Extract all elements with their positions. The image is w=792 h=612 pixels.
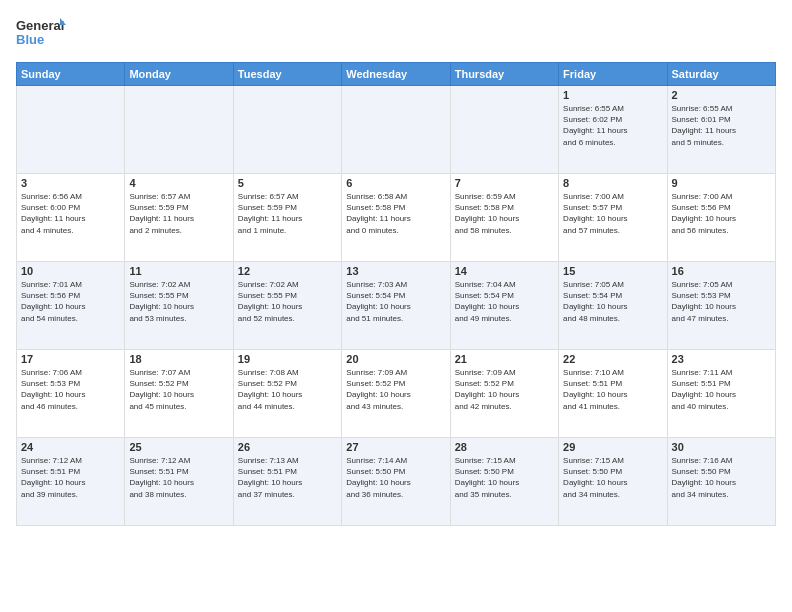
day-number: 1 bbox=[563, 89, 662, 101]
calendar-cell: 2Sunrise: 6:55 AM Sunset: 6:01 PM Daylig… bbox=[667, 86, 775, 174]
day-number: 18 bbox=[129, 353, 228, 365]
calendar-cell: 22Sunrise: 7:10 AM Sunset: 5:51 PM Dayli… bbox=[559, 350, 667, 438]
calendar-cell: 12Sunrise: 7:02 AM Sunset: 5:55 PM Dayli… bbox=[233, 262, 341, 350]
week-row-0: 1Sunrise: 6:55 AM Sunset: 6:02 PM Daylig… bbox=[17, 86, 776, 174]
day-header-monday: Monday bbox=[125, 63, 233, 86]
day-number: 30 bbox=[672, 441, 771, 453]
cell-info: Sunrise: 7:00 AM Sunset: 5:56 PM Dayligh… bbox=[672, 191, 771, 236]
cell-info: Sunrise: 6:55 AM Sunset: 6:02 PM Dayligh… bbox=[563, 103, 662, 148]
svg-text:General: General bbox=[16, 18, 64, 33]
day-number: 17 bbox=[21, 353, 120, 365]
cell-info: Sunrise: 7:08 AM Sunset: 5:52 PM Dayligh… bbox=[238, 367, 337, 412]
day-number: 21 bbox=[455, 353, 554, 365]
cell-info: Sunrise: 6:57 AM Sunset: 5:59 PM Dayligh… bbox=[238, 191, 337, 236]
cell-info: Sunrise: 7:00 AM Sunset: 5:57 PM Dayligh… bbox=[563, 191, 662, 236]
cell-info: Sunrise: 7:15 AM Sunset: 5:50 PM Dayligh… bbox=[563, 455, 662, 500]
day-number: 16 bbox=[672, 265, 771, 277]
day-number: 14 bbox=[455, 265, 554, 277]
calendar-cell: 1Sunrise: 6:55 AM Sunset: 6:02 PM Daylig… bbox=[559, 86, 667, 174]
cell-info: Sunrise: 7:10 AM Sunset: 5:51 PM Dayligh… bbox=[563, 367, 662, 412]
day-number: 24 bbox=[21, 441, 120, 453]
cell-info: Sunrise: 7:09 AM Sunset: 5:52 PM Dayligh… bbox=[346, 367, 445, 412]
calendar-cell bbox=[450, 86, 558, 174]
cell-info: Sunrise: 7:14 AM Sunset: 5:50 PM Dayligh… bbox=[346, 455, 445, 500]
calendar-cell bbox=[342, 86, 450, 174]
cell-info: Sunrise: 7:03 AM Sunset: 5:54 PM Dayligh… bbox=[346, 279, 445, 324]
calendar-cell: 21Sunrise: 7:09 AM Sunset: 5:52 PM Dayli… bbox=[450, 350, 558, 438]
cell-info: Sunrise: 7:09 AM Sunset: 5:52 PM Dayligh… bbox=[455, 367, 554, 412]
cell-info: Sunrise: 7:04 AM Sunset: 5:54 PM Dayligh… bbox=[455, 279, 554, 324]
day-number: 28 bbox=[455, 441, 554, 453]
page: General Blue SundayMondayTuesdayWednesda… bbox=[0, 0, 792, 612]
day-number: 4 bbox=[129, 177, 228, 189]
cell-info: Sunrise: 7:11 AM Sunset: 5:51 PM Dayligh… bbox=[672, 367, 771, 412]
calendar-cell: 16Sunrise: 7:05 AM Sunset: 5:53 PM Dayli… bbox=[667, 262, 775, 350]
day-header-wednesday: Wednesday bbox=[342, 63, 450, 86]
calendar-cell: 5Sunrise: 6:57 AM Sunset: 5:59 PM Daylig… bbox=[233, 174, 341, 262]
day-header-sunday: Sunday bbox=[17, 63, 125, 86]
cell-info: Sunrise: 6:57 AM Sunset: 5:59 PM Dayligh… bbox=[129, 191, 228, 236]
day-number: 7 bbox=[455, 177, 554, 189]
calendar-cell: 7Sunrise: 6:59 AM Sunset: 5:58 PM Daylig… bbox=[450, 174, 558, 262]
calendar-cell: 24Sunrise: 7:12 AM Sunset: 5:51 PM Dayli… bbox=[17, 438, 125, 526]
logo-svg: General Blue bbox=[16, 16, 66, 52]
calendar-cell: 8Sunrise: 7:00 AM Sunset: 5:57 PM Daylig… bbox=[559, 174, 667, 262]
calendar-cell bbox=[233, 86, 341, 174]
calendar-cell: 29Sunrise: 7:15 AM Sunset: 5:50 PM Dayli… bbox=[559, 438, 667, 526]
calendar-cell: 26Sunrise: 7:13 AM Sunset: 5:51 PM Dayli… bbox=[233, 438, 341, 526]
cell-info: Sunrise: 7:07 AM Sunset: 5:52 PM Dayligh… bbox=[129, 367, 228, 412]
calendar-cell: 9Sunrise: 7:00 AM Sunset: 5:56 PM Daylig… bbox=[667, 174, 775, 262]
calendar-cell: 19Sunrise: 7:08 AM Sunset: 5:52 PM Dayli… bbox=[233, 350, 341, 438]
calendar-cell: 11Sunrise: 7:02 AM Sunset: 5:55 PM Dayli… bbox=[125, 262, 233, 350]
cell-info: Sunrise: 7:05 AM Sunset: 5:54 PM Dayligh… bbox=[563, 279, 662, 324]
cell-info: Sunrise: 6:59 AM Sunset: 5:58 PM Dayligh… bbox=[455, 191, 554, 236]
cell-info: Sunrise: 6:58 AM Sunset: 5:58 PM Dayligh… bbox=[346, 191, 445, 236]
calendar-cell: 10Sunrise: 7:01 AM Sunset: 5:56 PM Dayli… bbox=[17, 262, 125, 350]
calendar-cell: 30Sunrise: 7:16 AM Sunset: 5:50 PM Dayli… bbox=[667, 438, 775, 526]
cell-info: Sunrise: 7:02 AM Sunset: 5:55 PM Dayligh… bbox=[129, 279, 228, 324]
cell-info: Sunrise: 7:05 AM Sunset: 5:53 PM Dayligh… bbox=[672, 279, 771, 324]
calendar-cell: 18Sunrise: 7:07 AM Sunset: 5:52 PM Dayli… bbox=[125, 350, 233, 438]
calendar-cell bbox=[17, 86, 125, 174]
day-number: 13 bbox=[346, 265, 445, 277]
calendar-cell: 6Sunrise: 6:58 AM Sunset: 5:58 PM Daylig… bbox=[342, 174, 450, 262]
calendar-cell: 23Sunrise: 7:11 AM Sunset: 5:51 PM Dayli… bbox=[667, 350, 775, 438]
calendar-cell: 28Sunrise: 7:15 AM Sunset: 5:50 PM Dayli… bbox=[450, 438, 558, 526]
calendar-cell: 27Sunrise: 7:14 AM Sunset: 5:50 PM Dayli… bbox=[342, 438, 450, 526]
week-row-4: 24Sunrise: 7:12 AM Sunset: 5:51 PM Dayli… bbox=[17, 438, 776, 526]
calendar-cell: 15Sunrise: 7:05 AM Sunset: 5:54 PM Dayli… bbox=[559, 262, 667, 350]
week-row-1: 3Sunrise: 6:56 AM Sunset: 6:00 PM Daylig… bbox=[17, 174, 776, 262]
day-number: 27 bbox=[346, 441, 445, 453]
cell-info: Sunrise: 7:06 AM Sunset: 5:53 PM Dayligh… bbox=[21, 367, 120, 412]
day-header-tuesday: Tuesday bbox=[233, 63, 341, 86]
day-number: 2 bbox=[672, 89, 771, 101]
cell-info: Sunrise: 7:12 AM Sunset: 5:51 PM Dayligh… bbox=[129, 455, 228, 500]
day-number: 8 bbox=[563, 177, 662, 189]
logo: General Blue bbox=[16, 16, 66, 52]
cell-info: Sunrise: 7:15 AM Sunset: 5:50 PM Dayligh… bbox=[455, 455, 554, 500]
day-number: 23 bbox=[672, 353, 771, 365]
day-number: 26 bbox=[238, 441, 337, 453]
day-number: 9 bbox=[672, 177, 771, 189]
calendar-cell: 4Sunrise: 6:57 AM Sunset: 5:59 PM Daylig… bbox=[125, 174, 233, 262]
day-number: 20 bbox=[346, 353, 445, 365]
calendar-table: SundayMondayTuesdayWednesdayThursdayFrid… bbox=[16, 62, 776, 526]
svg-text:Blue: Blue bbox=[16, 32, 44, 47]
day-number: 3 bbox=[21, 177, 120, 189]
week-row-2: 10Sunrise: 7:01 AM Sunset: 5:56 PM Dayli… bbox=[17, 262, 776, 350]
day-header-thursday: Thursday bbox=[450, 63, 558, 86]
day-number: 6 bbox=[346, 177, 445, 189]
calendar-cell: 17Sunrise: 7:06 AM Sunset: 5:53 PM Dayli… bbox=[17, 350, 125, 438]
cell-info: Sunrise: 6:56 AM Sunset: 6:00 PM Dayligh… bbox=[21, 191, 120, 236]
day-number: 11 bbox=[129, 265, 228, 277]
week-row-3: 17Sunrise: 7:06 AM Sunset: 5:53 PM Dayli… bbox=[17, 350, 776, 438]
cell-info: Sunrise: 7:01 AM Sunset: 5:56 PM Dayligh… bbox=[21, 279, 120, 324]
day-number: 29 bbox=[563, 441, 662, 453]
calendar-cell: 3Sunrise: 6:56 AM Sunset: 6:00 PM Daylig… bbox=[17, 174, 125, 262]
day-number: 5 bbox=[238, 177, 337, 189]
day-number: 10 bbox=[21, 265, 120, 277]
day-header-saturday: Saturday bbox=[667, 63, 775, 86]
cell-info: Sunrise: 7:13 AM Sunset: 5:51 PM Dayligh… bbox=[238, 455, 337, 500]
calendar-cell: 25Sunrise: 7:12 AM Sunset: 5:51 PM Dayli… bbox=[125, 438, 233, 526]
calendar-body: 1Sunrise: 6:55 AM Sunset: 6:02 PM Daylig… bbox=[17, 86, 776, 526]
